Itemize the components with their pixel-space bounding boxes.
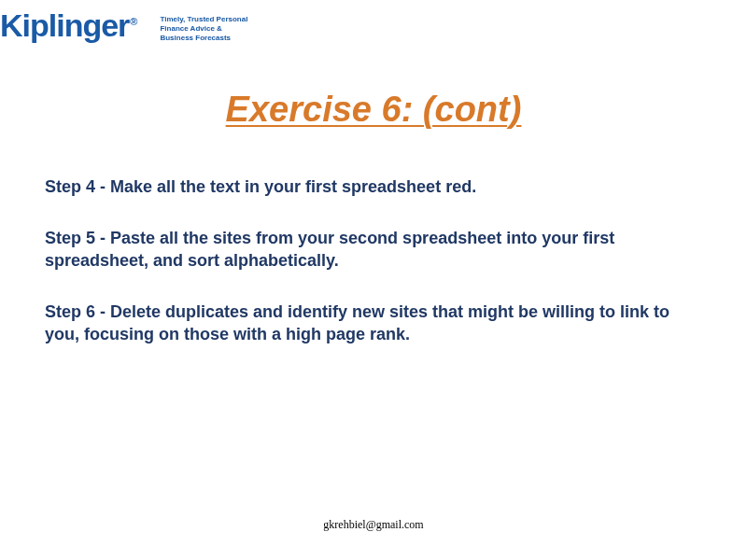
brand-tagline: Timely, Trusted Personal Finance Advice … — [160, 15, 253, 43]
slide-title: Exercise 6: (cont) — [0, 90, 747, 130]
logo-registered: ® — [130, 16, 137, 27]
step-6: Step 6 - Delete duplicates and identify … — [45, 301, 702, 345]
step-4: Step 4 - Make all the text in your first… — [45, 176, 702, 198]
brand-logo: Kiplinger® — [0, 9, 137, 41]
header: Kiplinger® Timely, Trusted Personal Fina… — [0, 0, 747, 43]
step-5: Step 5 - Paste all the sites from your s… — [45, 228, 702, 272]
logo-text: Kiplinger — [0, 7, 129, 43]
content-body: Step 4 - Make all the text in your first… — [0, 130, 747, 345]
footer-email: gkrehbiel@gmail.com — [0, 518, 747, 532]
